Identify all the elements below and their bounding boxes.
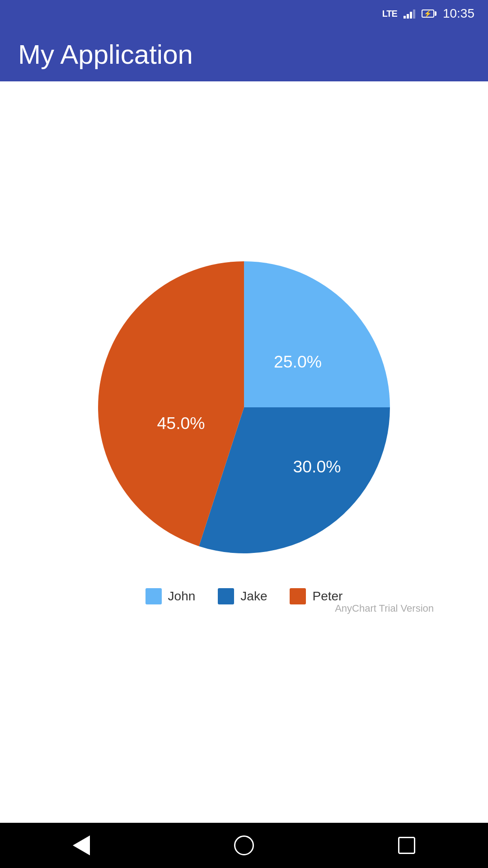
chart-container: 25.0% 30.0% 45.0% John Jake Peter — [41, 254, 447, 614]
main-content: 25.0% 30.0% 45.0% John Jake Peter — [0, 81, 488, 823]
legend-item-peter: Peter — [290, 588, 343, 604]
signal-icon — [404, 9, 415, 19]
legend-color-peter — [290, 588, 306, 604]
slice-john — [244, 261, 390, 407]
pie-chart: 25.0% 30.0% 45.0% — [90, 254, 398, 561]
watermark: AnyChart Trial Version — [335, 603, 434, 614]
chart-legend: John Jake Peter — [145, 588, 343, 604]
label-john: 25.0% — [274, 352, 322, 371]
pie-svg: 25.0% 30.0% 45.0% — [90, 254, 398, 561]
legend-label-peter: Peter — [312, 589, 343, 604]
legend-item-jake: Jake — [218, 588, 267, 604]
legend-color-jake — [218, 588, 234, 604]
nav-back-button[interactable] — [63, 827, 99, 863]
legend-item-john: John — [145, 588, 196, 604]
legend-label-jake: Jake — [240, 589, 267, 604]
nav-recents-button[interactable] — [389, 827, 425, 863]
legend-label-john: John — [168, 589, 196, 604]
app-title: My Application — [18, 39, 193, 70]
recents-icon — [398, 837, 415, 854]
lte-icon: LTE — [382, 9, 397, 19]
legend-color-john — [145, 588, 162, 604]
label-jake: 30.0% — [293, 457, 341, 476]
battery-icon: ⚡ — [422, 9, 436, 18]
nav-home-button[interactable] — [226, 827, 262, 863]
nav-bar — [0, 823, 488, 868]
back-icon — [73, 835, 90, 855]
app-bar: My Application — [0, 27, 488, 81]
home-icon — [234, 835, 254, 855]
label-peter: 45.0% — [157, 414, 205, 433]
status-time: 10:35 — [443, 6, 474, 21]
status-bar: LTE ⚡ 10:35 — [0, 0, 488, 27]
battery-bolt: ⚡ — [424, 10, 432, 17]
